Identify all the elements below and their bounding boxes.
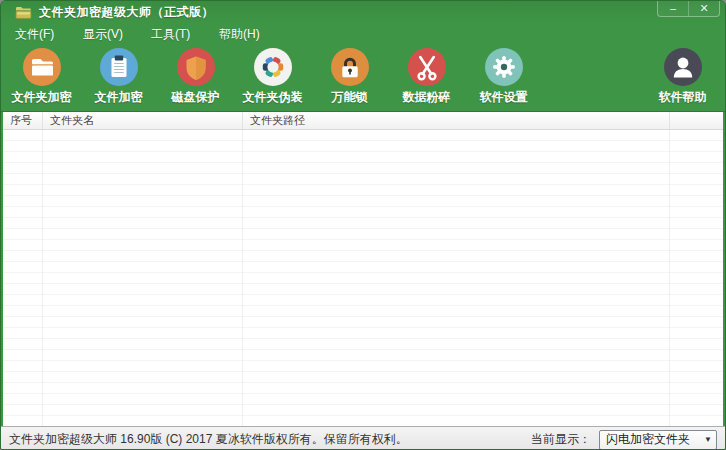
- toolbar-folder-encrypt-button[interactable]: 文件夹加密: [3, 47, 80, 106]
- toolbar-label: 数据粉碎: [403, 89, 451, 106]
- toolbar-disk-protect-button[interactable]: 磁盘保护: [157, 47, 234, 106]
- list-header: 序号 文件夹名 文件夹路径: [3, 112, 723, 130]
- universal-lock-icon: [330, 47, 370, 87]
- toolbar-label: 软件帮助: [659, 89, 707, 106]
- settings-gear-icon: [484, 47, 524, 87]
- toolbar-label: 软件设置: [480, 89, 528, 106]
- data-shred-scissors-icon: [407, 47, 447, 87]
- titlebar: 文件夹加密超级大师（正式版） – ✕: [1, 1, 725, 23]
- column-divider: [42, 130, 43, 426]
- help-user-icon: [663, 47, 703, 87]
- column-header-filler: [670, 112, 723, 129]
- close-button[interactable]: ✕: [688, 1, 719, 16]
- display-mode-dropdown[interactable]: 闪电加密文件夹 ▼: [599, 430, 717, 450]
- display-mode-value: 闪电加密文件夹: [606, 431, 701, 448]
- toolbar-label: 文件夹加密: [12, 89, 72, 106]
- toolbar-label: 万能锁: [332, 89, 368, 106]
- menu-tools[interactable]: 工具(T): [151, 26, 191, 43]
- toolbar-data-shred-button[interactable]: 数据粉碎: [388, 47, 465, 106]
- menu-view[interactable]: 显示(V): [83, 26, 123, 43]
- column-divider: [669, 130, 670, 426]
- current-display-label: 当前显示：: [531, 431, 591, 448]
- app-window: 文件夹加密超级大师（正式版） – ✕ 文件(F) 显示(V) 工具(T) 帮助(…: [0, 0, 726, 450]
- copyright-text: 文件夹加密超级大师 16.90版 (C) 2017 夏冰软件版权所有。保留所有权…: [9, 431, 531, 448]
- toolbar-settings-button[interactable]: 软件设置: [465, 47, 542, 106]
- menu-help[interactable]: 帮助(H): [219, 26, 260, 43]
- window-controls: – ✕: [657, 1, 720, 17]
- folder-list: 序号 文件夹名 文件夹路径: [1, 112, 725, 426]
- minimize-button[interactable]: –: [658, 1, 688, 16]
- statusbar: 文件夹加密超级大师 16.90版 (C) 2017 夏冰软件版权所有。保留所有权…: [1, 426, 725, 450]
- toolbar-label: 文件加密: [95, 89, 143, 106]
- menu-file[interactable]: 文件(F): [15, 26, 55, 43]
- file-encrypt-icon: [99, 47, 139, 87]
- column-header-index[interactable]: 序号: [3, 112, 43, 129]
- app-folder-icon: [15, 6, 32, 19]
- folder-encrypt-icon: [22, 47, 62, 87]
- toolbar-folder-disguise-button[interactable]: 文件夹伪装: [234, 47, 311, 106]
- column-header-folder-path[interactable]: 文件夹路径: [243, 112, 670, 129]
- toolbar-file-encrypt-button[interactable]: 文件加密: [80, 47, 157, 106]
- toolbar: 文件夹加密 文件加密 磁盘保护: [1, 45, 725, 112]
- disk-protect-shield-icon: [176, 47, 216, 87]
- toolbar-help-button[interactable]: 软件帮助: [644, 47, 721, 106]
- toolbar-label: 磁盘保护: [172, 89, 220, 106]
- menubar: 文件(F) 显示(V) 工具(T) 帮助(H): [1, 23, 725, 45]
- folder-disguise-palette-icon: [253, 47, 293, 87]
- chevron-down-icon: ▼: [704, 435, 712, 444]
- toolbar-label: 文件夹伪装: [243, 89, 303, 106]
- column-header-folder-name[interactable]: 文件夹名: [43, 112, 243, 129]
- toolbar-universal-lock-button[interactable]: 万能锁: [311, 47, 388, 106]
- window-title: 文件夹加密超级大师（正式版）: [39, 4, 214, 21]
- column-divider: [242, 130, 243, 426]
- list-body[interactable]: [3, 130, 723, 426]
